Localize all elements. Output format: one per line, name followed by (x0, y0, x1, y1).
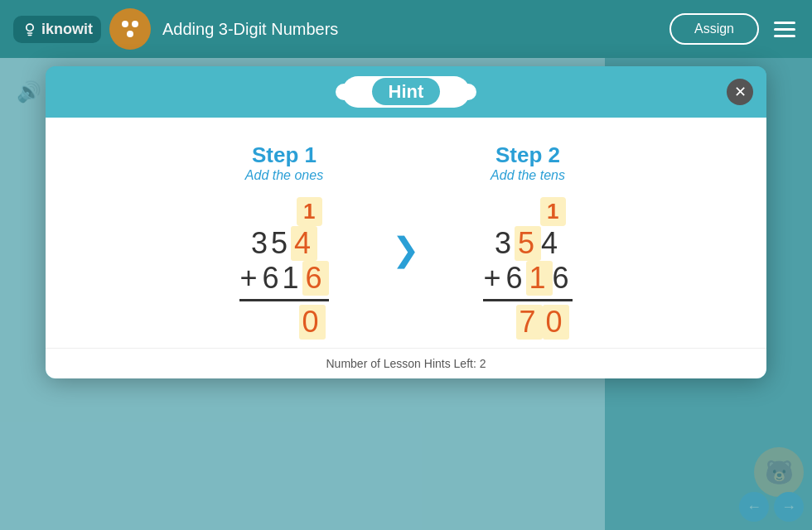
step-arrow-icon: ❯ (392, 230, 420, 268)
menu-button[interactable] (771, 18, 799, 41)
step1-line (239, 299, 328, 301)
hint-modal: Hint ✕ Step 1 Add the ones 1 (46, 66, 766, 378)
step1-row2: + 6 1 6 (239, 261, 328, 296)
step1-plus: + (239, 261, 260, 296)
hint-modal-header: Hint ✕ (46, 66, 766, 118)
step1-math: 1 3 5 4 + 6 1 (239, 196, 328, 340)
step2-num1-t: 5 (515, 226, 541, 261)
step2-num1-o: 4 (541, 226, 561, 261)
header-right: Assign (669, 13, 799, 45)
step1-num2-o: 6 (302, 261, 329, 296)
hint-steps: Step 1 Add the ones 1 3 5 4 (79, 142, 733, 340)
step1-num2-t: 1 (283, 261, 302, 296)
step2-plus: + (483, 261, 504, 296)
step2-num2-o: 6 (553, 261, 573, 296)
step2-row2: + 6 1 6 (483, 261, 572, 296)
logo-text: iknowit (41, 21, 93, 38)
step2-title: Step 2 (495, 142, 560, 168)
lesson-title: Adding 3-Digit Numbers (162, 20, 338, 39)
step1-title: Step 1 (252, 142, 317, 168)
step2-num2-t: 1 (526, 261, 553, 296)
step2-num2-h: 6 (505, 261, 525, 296)
step1-result-digit: 0 (299, 305, 326, 340)
hint-overlay: Hint ✕ Step 1 Add the ones 1 (0, 58, 812, 530)
step1-row1: 3 5 4 (251, 226, 317, 261)
step2-result-ones: 0 (543, 305, 569, 340)
step2-carry: 1 (483, 196, 572, 226)
hint-step-2: Step 2 Add the tens 1 3 5 4 (445, 142, 611, 340)
hint-modal-body: Step 1 Add the ones 1 3 5 4 (46, 118, 766, 348)
step1-carry: 1 (239, 196, 328, 226)
lesson-dots (122, 21, 138, 37)
hints-remaining: Number of Lesson Hints Left: 2 (326, 357, 486, 370)
step2-num1-h: 3 (495, 226, 515, 261)
step1-num1-t: 5 (271, 226, 291, 261)
app-header: iknowit Adding 3-Digit Numbers Assign (0, 0, 812, 58)
step2-line (483, 299, 572, 301)
assign-button[interactable]: Assign (669, 13, 759, 45)
lesson-icon (109, 8, 151, 50)
hint-step-1: Step 1 Add the ones 1 3 5 4 (201, 142, 367, 340)
logo-area: iknowit (13, 16, 101, 43)
hint-modal-title: Hint (372, 78, 441, 105)
lightbulb-icon (22, 21, 38, 37)
svg-point-0 (27, 24, 33, 31)
step2-row1: 3 5 4 (495, 226, 561, 261)
logo-box: iknowit (13, 16, 101, 43)
step1-num1-o: 4 (291, 226, 317, 261)
step2-result-tens: 7 (516, 305, 543, 340)
hint-title-wrapper: Hint (342, 76, 471, 108)
hamburger-line-2 (774, 28, 795, 31)
step1-num1-h: 3 (251, 226, 271, 261)
hint-modal-footer: Number of Lesson Hints Left: 2 (46, 348, 766, 378)
step2-carry-digit: 1 (540, 197, 565, 226)
step2-result: 7 0 (483, 305, 572, 340)
step1-carry-digit: 1 (297, 197, 321, 226)
step2-math: 1 3 5 4 + 6 1 (483, 196, 572, 340)
step2-description: Add the tens (491, 168, 565, 183)
main-area: 🔊 354 + 616 = Progress 3/15 Hint ✕ (0, 58, 812, 530)
step1-result: 0 (239, 305, 328, 340)
step1-description: Add the ones (245, 168, 323, 183)
hamburger-line-1 (774, 22, 795, 24)
hamburger-line-3 (774, 35, 795, 37)
hint-close-button[interactable]: ✕ (727, 79, 753, 105)
step1-num2-h: 6 (262, 261, 282, 296)
